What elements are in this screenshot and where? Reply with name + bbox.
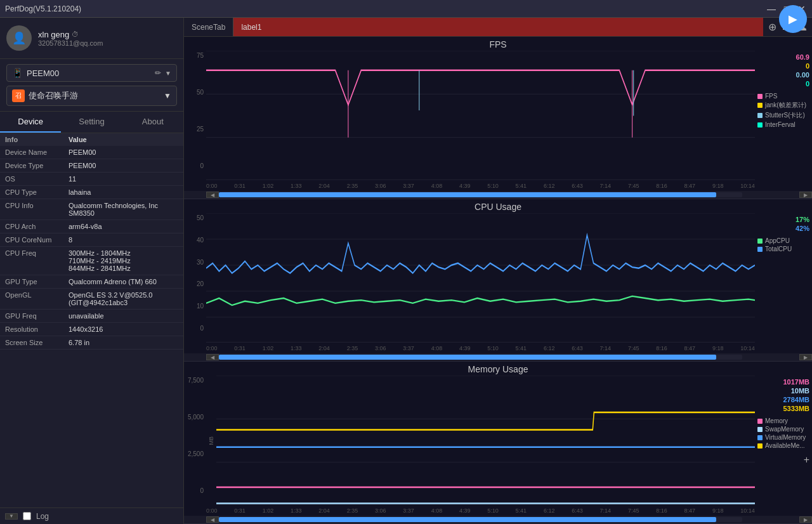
fps-svg [206,51,755,181]
memory-dot [757,419,763,424]
app-dropdown[interactable]: 召 使命召唤手游 ▼ [6,86,177,106]
app-cpu-value: 17% [757,216,809,223]
label1-text: label1 [241,23,261,32]
app-name-label: 使命召唤手游 [29,90,160,102]
cpu-scroll-track[interactable] [219,355,742,360]
user-section: 👤 xln geng ⏱ 320578311@qq.com [0,18,183,59]
memory-time-labels: 0:000:311:021:332:042:353:063:374:084:39… [206,508,812,514]
tab-about[interactable]: About [122,112,183,133]
cpu-legend-total: TotalCPU [757,246,809,252]
chevron-down-icon: ▼ [165,70,171,77]
info-col-header: Info [5,136,69,143]
info-val: 1440x3216 [69,325,178,333]
cpu-scroll-left-btn[interactable]: ◀ [206,354,219,360]
info-row: GPU TypeQualcomm Adreno (TM) 660 [0,275,183,289]
charts-container: ▶ FPS 75 50 25 0 [184,37,812,524]
cpu-y-axis: 50 40 30 20 10 0 [184,213,206,343]
cpu-timeline: 0:000:311:021:332:042:353:063:374:084:39… [184,343,812,353]
cpu-legend-app: AppCPU [757,237,809,244]
scroll-down-btn[interactable]: ▼ [5,513,18,520]
fps-v2: 0 [757,62,809,70]
info-row: OS11 [0,173,183,186]
info-val: 300MHz - 1804MHz710MHz - 2419MHz844MHz -… [69,249,178,272]
info-row: CPU InfoQualcomm Technologies, Inc SM835… [0,199,183,220]
memory-legend: 1017MB 10MB 2784MB 5333MB Memory SwapMem… [755,376,812,506]
memory-chart-content: 7,500 5,000 2,500 0 MB [184,376,812,506]
main-layout: 👤 xln geng ⏱ 320578311@qq.com 📱 PEEM00 ✏… [0,18,812,524]
info-val: Qualcomm Adreno (TM) 660 [69,278,178,285]
memory-val-1: 1017MB [757,378,809,386]
fps-chart-title: FPS [184,37,812,51]
log-label[interactable]: Log [36,512,49,521]
device-dropdown[interactable]: 📱 PEEM00 ✏ ▼ [6,64,177,82]
appcpu-dot [757,239,763,244]
cpu-legend: 17% 42% AppCPU TotalCPU [755,213,812,343]
fps-value: 60.9 [757,53,809,61]
location-icon[interactable]: ⊕ [768,21,776,33]
info-row: OpenGLOpenGL ES 3.2 V@0525.0 (GIT@4942c1… [0,289,183,310]
app-title: PerfDog(V5.1.210204) [5,4,81,13]
info-val: Qualcomm Technologies, Inc SM8350 [69,202,178,217]
scene-tab-content: label1 [233,18,763,36]
fps-v4: 0 [757,80,809,88]
value-col-header: Value [69,136,178,143]
memory-scrollbar: ◀ ▶ [184,516,812,523]
log-checkbox[interactable] [23,512,31,520]
fps-legend: 60.9 0 0.00 0 FPS jank(帧差累计) [755,51,812,181]
memory-scroll-track[interactable] [219,517,742,522]
info-row: CPU Freq300MHz - 1804MHz710MHz - 2419MHz… [0,247,183,275]
total-cpu-value: 42% [757,225,809,232]
available-dot [757,443,763,449]
cpu-svg [206,213,755,343]
info-row: Resolution1440x3216 [0,323,183,336]
info-val: 11 [69,175,178,183]
info-key: CPU CoreNum [5,236,69,244]
add-metric-button[interactable]: + [757,454,809,466]
user-info: xln geng ⏱ 320578311@qq.com [38,30,177,47]
sidebar: 👤 xln geng ⏱ 320578311@qq.com 📱 PEEM00 ✏… [0,18,184,524]
stutter-dot [757,113,763,118]
device-section: 📱 PEEM00 ✏ ▼ 召 使命召唤手游 ▼ [0,59,183,112]
memory-y-axis: 7,500 5,000 2,500 0 [184,376,206,506]
fps-legend-stutter: StutterS(卡比) [757,111,809,120]
app-icon: 召 [12,89,25,102]
mem-legend-available: AvailableMe... [757,442,809,449]
info-val: OpenGL ES 3.2 V@0525.0 (GIT@4942c1abc3 [69,291,178,306]
info-val: unavailable [69,312,178,320]
fps-scroll-right-btn[interactable]: ▶ [799,192,812,198]
fps-scrollbar: ◀ ▶ [184,191,812,199]
info-row: GPU Frequnavailable [0,310,183,323]
memory-scroll-thumb [219,517,716,522]
fps-scroll-track[interactable] [219,192,742,197]
fps-scroll-left-btn[interactable]: ◀ [206,192,219,198]
memory-chart-section: Memory Usage 7,500 5,000 2,500 0 MB [184,362,812,524]
fps-legend-fps: FPS [757,93,809,100]
edit-icon: ✏ [155,69,161,77]
cpu-scrollbar: ◀ ▶ [184,353,812,361]
tab-device[interactable]: Device [0,112,61,133]
info-row: Screen Size6.78 in [0,336,183,350]
memory-val-4: 5333MB [757,405,809,412]
info-key: Resolution [5,325,69,333]
cpu-scroll-thumb [219,355,716,360]
info-val: 8 [69,236,178,244]
tab-setting[interactable]: Setting [61,112,122,133]
memory-unit-label: MB [208,436,214,445]
memory-scroll-right-btn[interactable]: ▶ [799,516,812,523]
minimize-button[interactable]: — [766,4,776,14]
info-key: CPU Freq [5,249,69,257]
memory-scroll-left-btn[interactable]: ◀ [206,516,219,523]
info-key: OpenGL [5,291,69,299]
info-key: Screen Size [5,339,69,346]
fps-legend-jank: jank(帧差累计) [757,101,809,110]
info-val: lahaina [69,188,178,196]
info-row: CPU CoreNum8 [0,233,183,247]
scene-tab-label: SceneTab [184,18,233,36]
device-name-label: PEEM00 [27,69,151,78]
cpu-canvas [206,213,755,343]
interval-dot [757,122,763,128]
memory-timeline: 0:000:311:021:332:042:353:063:374:084:39… [184,506,812,516]
cpu-scroll-right-btn[interactable]: ▶ [799,354,812,360]
clock-icon: ⏱ [72,30,79,38]
info-key: GPU Freq [5,312,69,320]
